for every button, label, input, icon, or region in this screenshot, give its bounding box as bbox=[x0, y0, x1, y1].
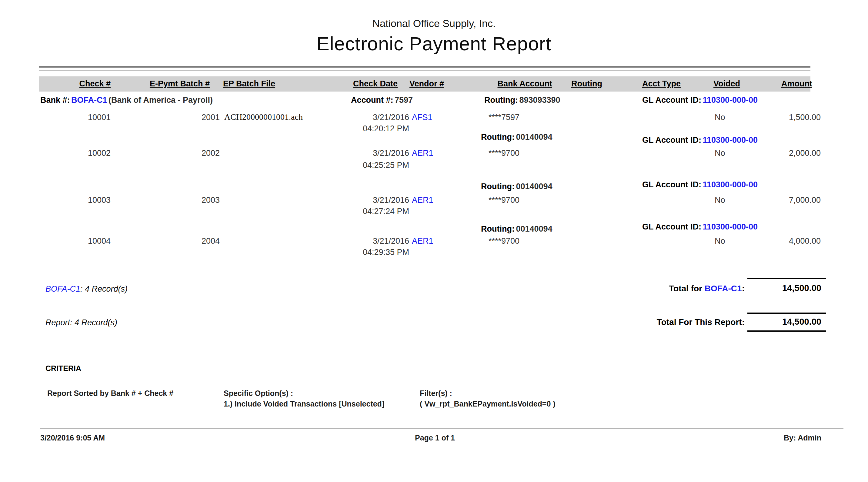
gl-info: GL Account ID: 110300-000-00 bbox=[642, 135, 758, 145]
account-number-label: Account #: bbox=[351, 95, 393, 104]
report-total-label: Total For This Report: bbox=[576, 318, 745, 327]
gl-account-label: GL Account ID: bbox=[642, 95, 701, 104]
gl-account-link[interactable]: 110300-000-00 bbox=[703, 180, 758, 189]
gl-info: GL Account ID: 110300-000-00 bbox=[642, 180, 758, 189]
report-total-amount: 14,500.00 bbox=[747, 317, 821, 327]
column-header-amount: Amount bbox=[743, 79, 812, 89]
bank-account-cell: ****9700 bbox=[489, 237, 520, 246]
check-no-cell: 10002 bbox=[55, 149, 111, 158]
routing-value: 00140094 bbox=[516, 224, 552, 234]
report-record-count: Report: 4 Record(s) bbox=[45, 318, 117, 327]
check-date-cell: 3/21/2016 bbox=[333, 237, 409, 246]
routing-info: Routing: 00140094 bbox=[481, 182, 553, 191]
group-record-count: BOFA-C1: 4 Record(s) bbox=[45, 284, 128, 294]
bank-account-cell: ****9700 bbox=[489, 195, 520, 205]
gl-account-link[interactable]: 110300-000-00 bbox=[703, 222, 758, 231]
routing-label: Routing: bbox=[481, 224, 515, 234]
check-date-cell: 3/21/2016 bbox=[333, 195, 409, 205]
bank-name-text: (Bank of America - Payroll) bbox=[108, 95, 213, 104]
group-total-suffix: : bbox=[742, 284, 745, 293]
column-header-acct-type: Acct Type bbox=[642, 79, 681, 89]
voided-cell: No bbox=[715, 237, 725, 246]
bank-group-header: Bank #: BOFA-C1 (Bank of America - Payro… bbox=[40, 95, 213, 105]
bank-account-cell: ****7597 bbox=[489, 113, 520, 122]
criteria-filter-item: ( Vw_rpt_BankEPayment.IsVoided=0 ) bbox=[420, 399, 556, 408]
footer-printed-by: By: Admin bbox=[743, 433, 821, 442]
check-no-cell: 10003 bbox=[55, 195, 111, 205]
gl-account-link[interactable]: 110300-000-00 bbox=[703, 95, 758, 104]
company-name: National Office Supply, Inc. bbox=[0, 18, 868, 29]
group-total-rule bbox=[747, 278, 826, 279]
group-code-link[interactable]: BOFA-C1 bbox=[45, 284, 80, 294]
column-header-batch-file: EP Batch File bbox=[223, 79, 275, 89]
report-total-rule-top bbox=[747, 312, 826, 314]
check-date-cell: 3/21/2016 bbox=[333, 113, 409, 122]
footer-rule bbox=[40, 428, 843, 429]
check-no-cell: 10004 bbox=[55, 237, 111, 246]
routing-info: Routing: 00140094 bbox=[481, 224, 553, 234]
group-records-text: : 4 Record(s) bbox=[80, 284, 128, 294]
group-total-label: Total for BOFA-C1: bbox=[576, 284, 745, 294]
column-header-routing: Routing bbox=[571, 79, 602, 89]
check-date-cell: 3/21/2016 bbox=[333, 149, 409, 158]
title-rule-bottom bbox=[39, 70, 810, 71]
amount-cell: 7,000.00 bbox=[743, 195, 821, 205]
routing-value: 00140094 bbox=[516, 132, 552, 142]
batch-no-cell: 2003 bbox=[158, 195, 220, 205]
batch-no-cell: 2002 bbox=[158, 149, 220, 158]
routing-label: Routing: bbox=[484, 95, 518, 104]
criteria-sort-text: Report Sorted by Bank # + Check # bbox=[47, 389, 173, 398]
routing-value: 00140094 bbox=[516, 182, 552, 191]
report-title: Electronic Payment Report bbox=[0, 33, 868, 55]
check-time-cell: 04:29:35 PM bbox=[333, 248, 409, 257]
column-header-check-no: Check # bbox=[55, 79, 111, 89]
batch-file-cell: ACH20000001001.ach bbox=[224, 112, 303, 122]
column-header-check-date: Check Date bbox=[333, 79, 398, 89]
bank-code-link[interactable]: BOFA-C1 bbox=[71, 95, 107, 104]
report-page: National Office Supply, Inc. Electronic … bbox=[0, 0, 868, 482]
group-total-prefix: Total for bbox=[669, 284, 705, 293]
group-total-code-link[interactable]: BOFA-C1 bbox=[705, 284, 742, 293]
column-header-vendor: Vendor # bbox=[409, 79, 444, 89]
gl-account-label: GL Account ID: bbox=[642, 180, 701, 189]
amount-cell: 4,000.00 bbox=[743, 237, 821, 246]
batch-no-cell: 2004 bbox=[158, 237, 220, 246]
check-time-cell: 04:20:12 PM bbox=[333, 124, 409, 133]
criteria-filters-label: Filter(s) : bbox=[420, 389, 452, 398]
criteria-option-item: 1.) Include Voided Transactions [Unselec… bbox=[224, 399, 384, 408]
voided-cell: No bbox=[715, 113, 725, 122]
routing-value: 893093390 bbox=[519, 95, 560, 104]
column-header-voided: Voided bbox=[713, 79, 740, 89]
bank-account-cell: ****9700 bbox=[489, 149, 520, 158]
report-total-rule-bottom bbox=[747, 330, 826, 332]
vendor-link[interactable]: AFS1 bbox=[412, 113, 433, 122]
gl-account-label: GL Account ID: bbox=[642, 222, 701, 231]
routing-label: Routing: bbox=[481, 182, 515, 191]
vendor-link[interactable]: AER1 bbox=[412, 195, 433, 205]
voided-cell: No bbox=[715, 195, 725, 205]
title-rule-top bbox=[39, 66, 810, 68]
check-time-cell: 04:27:24 PM bbox=[333, 207, 409, 216]
voided-cell: No bbox=[715, 149, 725, 158]
check-no-cell: 10001 bbox=[55, 113, 111, 122]
bank-routing-info: Routing: 893093390 bbox=[484, 95, 560, 105]
footer-page-indicator: Page 1 of 1 bbox=[333, 433, 536, 442]
criteria-options-label: Specific Option(s) : bbox=[224, 389, 293, 398]
column-header-batch-no: E-Pymt Batch # bbox=[130, 79, 210, 89]
amount-cell: 2,000.00 bbox=[743, 149, 821, 158]
group-total-amount: 14,500.00 bbox=[747, 283, 821, 293]
amount-cell: 1,500.00 bbox=[743, 113, 821, 122]
vendor-link[interactable]: AER1 bbox=[412, 237, 433, 246]
routing-info: Routing: 00140094 bbox=[481, 132, 553, 142]
gl-account-link[interactable]: 110300-000-00 bbox=[703, 135, 758, 145]
check-time-cell: 04:25:25 PM bbox=[333, 161, 409, 170]
footer-generated-timestamp: 3/20/2016 9:05 AM bbox=[40, 433, 105, 442]
batch-no-cell: 2001 bbox=[158, 113, 220, 122]
account-number-value: 7597 bbox=[395, 95, 413, 104]
bank-account-number: Account #: 7597 bbox=[351, 95, 413, 105]
bank-gl-info: GL Account ID: 110300-000-00 bbox=[642, 95, 758, 105]
gl-info: GL Account ID: 110300-000-00 bbox=[642, 222, 758, 232]
routing-label: Routing: bbox=[481, 132, 515, 142]
vendor-link[interactable]: AER1 bbox=[412, 149, 433, 158]
column-header-bank-account: Bank Account bbox=[488, 79, 552, 89]
